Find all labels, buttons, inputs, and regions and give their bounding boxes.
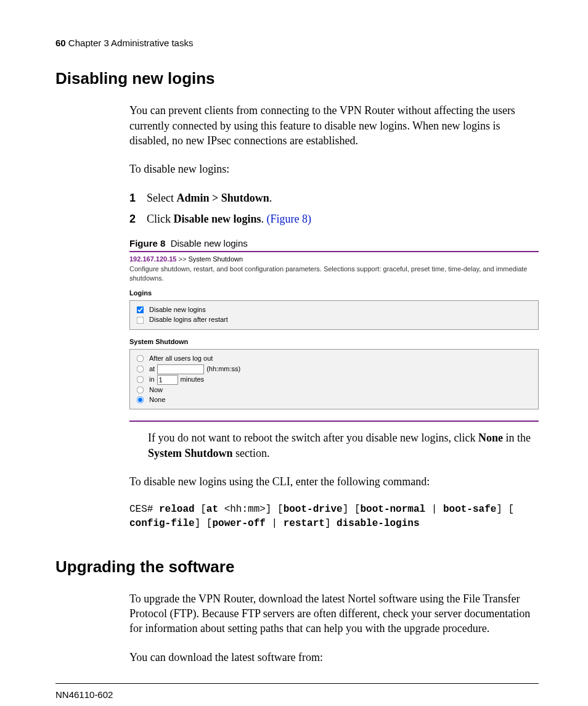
shutdown-panel: After all users log out at (hh:mm:ss) in… xyxy=(129,349,539,409)
cli-boot-drive: boot-drive xyxy=(284,504,343,515)
cli-pipe1: | xyxy=(425,504,443,515)
step-bold: Disable new logins xyxy=(174,213,261,225)
step-post: . xyxy=(261,213,267,225)
to-disable-paragraph: To disable new logins: xyxy=(129,162,539,176)
step-text: Click Disable new logins. (Figure 8) xyxy=(147,211,311,226)
radio-in-label: in xyxy=(149,375,155,384)
step-2: 2 Click Disable new logins. (Figure 8) xyxy=(129,211,539,226)
step-pre: Click xyxy=(147,213,174,225)
note-pre: If you do not want to reboot the switch … xyxy=(148,432,478,444)
figure-label: Figure 8 xyxy=(129,238,165,248)
logins-section-label: Logins xyxy=(129,289,539,298)
figure-caption: Figure 8 Disable new logins xyxy=(129,237,539,250)
radio-at-row: at (hh:mm:ss) xyxy=(136,364,532,374)
step-text: Select Admin > Shutdown. xyxy=(147,191,272,205)
disable-after-restart-row: Disable logins after restart xyxy=(136,315,532,324)
heading-upgrading-software: Upgrading the software xyxy=(55,556,539,578)
page-number: 60 xyxy=(55,38,66,48)
radio-now-label: Now xyxy=(149,385,163,395)
cli-prompt: CES# xyxy=(129,504,159,515)
step-number: 1 xyxy=(129,191,147,205)
in-suffix: minutes xyxy=(181,375,205,384)
note-block: If you do not want to reboot the switch … xyxy=(148,430,539,461)
cli-power-off: power-off xyxy=(212,518,265,529)
step-number: 2 xyxy=(129,211,147,226)
cli-rb1: ] [ xyxy=(343,504,361,515)
intro-paragraph: You can prevent clients from connecting … xyxy=(129,103,539,148)
figure-link[interactable]: (Figure 8) xyxy=(267,213,311,225)
radio-none[interactable] xyxy=(137,396,144,404)
breadcrumb-page: System Shutdown xyxy=(188,255,243,263)
cli-intro: To disable new logins using the CLI, ent… xyxy=(129,474,539,489)
cli-lb1: [ xyxy=(195,504,206,515)
breadcrumb-sep: >> xyxy=(179,255,187,263)
cli-disable-logins: disable-logins xyxy=(337,518,419,529)
disable-new-logins-row: Disable new logins xyxy=(136,305,532,314)
cli-boot-safe: boot-safe xyxy=(443,504,496,515)
steps-list: 1 Select Admin > Shutdown. 2 Click Disab… xyxy=(129,191,539,227)
cli-boot-normal: boot-normal xyxy=(360,504,425,515)
radio-none-label: None xyxy=(149,395,165,404)
upgrade-paragraph: To upgrade the VPN Router, download the … xyxy=(129,591,539,636)
radio-at-label: at xyxy=(149,364,155,374)
step-bold: Admin > Shutdown xyxy=(176,192,269,204)
radio-in-row: in minutes xyxy=(136,375,532,385)
radio-after-label: After all users log out xyxy=(149,354,213,363)
note-bold-none: None xyxy=(478,432,503,444)
logins-panel: Disable new logins Disable logins after … xyxy=(129,300,539,330)
radio-now[interactable] xyxy=(137,386,144,393)
figure-description: Configure shutdown, restart, and boot co… xyxy=(129,265,539,284)
radio-at[interactable] xyxy=(137,366,144,373)
in-minutes-input[interactable] xyxy=(157,375,178,385)
disable-after-restart-label: Disable logins after restart xyxy=(149,315,228,324)
radio-none-row: None xyxy=(136,395,532,404)
shutdown-section-label: System Shutdown xyxy=(129,337,539,347)
step-1: 1 Select Admin > Shutdown. xyxy=(129,191,539,205)
cli-config-file: config-file xyxy=(129,518,195,529)
breadcrumb: 192.167.120.15 >> System Shutdown xyxy=(129,255,539,264)
radio-after-users-logout[interactable] xyxy=(137,355,144,363)
note-post: section. xyxy=(233,447,270,459)
cli-command: CES# reload [at <hh:mm>] [boot-drive] [b… xyxy=(129,503,539,531)
download-paragraph: You can download the latest software fro… xyxy=(129,650,539,665)
step-pre: Select xyxy=(147,192,176,204)
radio-now-row: Now xyxy=(136,385,532,395)
at-time-input[interactable] xyxy=(157,364,204,374)
cli-pipe2: | xyxy=(266,518,284,529)
footer-rule xyxy=(55,683,539,684)
breadcrumb-ip[interactable]: 192.167.120.15 xyxy=(129,255,176,263)
disable-after-restart-checkbox[interactable] xyxy=(137,316,144,324)
cli-rb2: ] [ xyxy=(496,504,514,515)
note-bold-section: System Shutdown xyxy=(148,447,233,459)
page-header: 60 Chapter 3 Administrative tasks xyxy=(55,37,539,49)
chapter-title: Chapter 3 Administrative tasks xyxy=(68,38,194,48)
radio-in[interactable] xyxy=(137,376,144,384)
cli-rb4: ] xyxy=(325,518,337,529)
cli-reload: reload xyxy=(159,504,195,515)
disable-new-logins-checkbox[interactable] xyxy=(137,306,144,314)
disable-new-logins-label: Disable new logins xyxy=(149,305,206,314)
figure-8: 192.167.120.15 >> System Shutdown Config… xyxy=(129,251,539,422)
heading-disabling-new-logins: Disabling new logins xyxy=(55,68,539,89)
figure-title: Disable new logins xyxy=(171,238,248,248)
cli-at: at xyxy=(206,504,218,515)
radio-after-row: After all users log out xyxy=(136,354,532,363)
cli-restart: restart xyxy=(284,518,325,529)
note-mid: in the xyxy=(503,432,531,444)
cli-athh: <hh:mm>] [ xyxy=(218,504,284,515)
cli-rb3: ] [ xyxy=(195,518,213,529)
at-suffix: (hh:mm:ss) xyxy=(206,364,240,374)
step-post: . xyxy=(269,192,272,204)
footer-doc-id: NN46110-602 xyxy=(55,689,539,701)
